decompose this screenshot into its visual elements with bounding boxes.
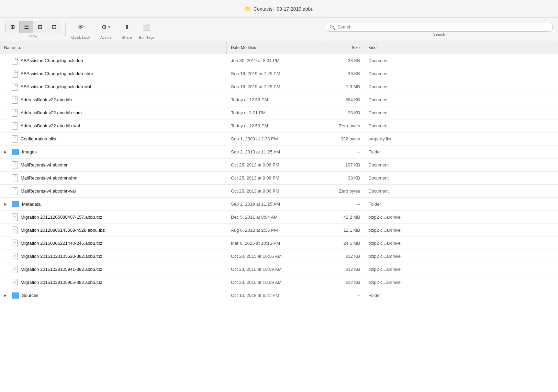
table-row[interactable]: MailRecents-v4.abcdmr-walOct 25, 2013 at… <box>0 185 558 198</box>
cell-size: 33 KB <box>323 175 364 181</box>
cell-kind: Document <box>364 84 558 89</box>
table-row[interactable]: MailRecents-v4.abcdmr-shmOct 25, 2013 at… <box>0 172 558 185</box>
file-name: Migration 20151023105941-382.abbu.tbz <box>21 267 102 272</box>
col-header-kind[interactable]: Kind <box>364 41 558 54</box>
share-button[interactable]: ⬆ <box>119 20 134 35</box>
cell-size: 12.1 MB <box>323 228 364 233</box>
search-input-wrap[interactable]: 🔍 <box>326 23 553 32</box>
cell-name: AddressBook-v22.abcddb-shm <box>0 109 227 117</box>
cell-kind: Folder <box>364 293 558 298</box>
share-section: ⬆ Share <box>119 20 134 39</box>
cell-name: AddressBook-v22.abcddb <box>0 96 227 104</box>
file-name: MailRecents-v4.abcdmr-shm <box>21 175 77 181</box>
cell-size: 33 KB <box>323 58 364 63</box>
table-row[interactable]: AddressBook-v22.abcddb-shmToday at 3:01 … <box>0 106 558 119</box>
search-section: 🔍 Search <box>326 23 553 36</box>
view-gallery-button[interactable]: ⊡ <box>47 21 61 33</box>
cell-kind: Document <box>364 110 558 115</box>
action-chevron: ▾ <box>108 25 110 29</box>
cell-size: 42.2 MB <box>323 215 364 220</box>
table-row[interactable]: Migration 20111205080407-157.abbu.tbzDec… <box>0 211 558 224</box>
cell-name: ▶Images <box>0 149 227 155</box>
edit-tags-section: ⬜ Edit Tags <box>136 20 158 39</box>
expand-arrow[interactable]: ▶ <box>4 202 9 206</box>
title-file-icon: 📁 <box>245 5 252 12</box>
document-icon <box>12 83 18 91</box>
table-row[interactable]: Migration 20151023105955-382.abbu.tbzOct… <box>0 276 558 289</box>
cell-kind: bzip2 c...archive <box>364 215 558 220</box>
view-list-button[interactable]: ☰ <box>20 21 33 33</box>
file-name: Migration 20151023105955-382.abbu.tbz <box>21 280 102 285</box>
quick-look-section: 👁 Quick Look <box>70 20 92 39</box>
cell-date: Oct 23, 2015 at 10:59 AM <box>227 267 323 272</box>
cell-date: Oct 25, 2013 at 9:06 PM <box>227 162 323 168</box>
table-row[interactable]: ▶MetadataSep 2, 2019 at 11:25 AM--Folder <box>0 198 558 211</box>
cell-size: 684 KB <box>323 97 364 102</box>
cell-date: Mar 6, 2015 at 10:15 PM <box>227 241 323 246</box>
cell-size: Zero bytes <box>323 123 364 128</box>
edit-tags-button[interactable]: ⬜ <box>136 20 158 35</box>
cell-name: Migration 20120806143508-4528.abbu.tbz <box>0 227 227 234</box>
file-name: MailRecents-v4.abcdmr-wal <box>21 188 76 194</box>
cell-size: -- <box>323 293 364 298</box>
table-row[interactable]: Migration 20150306221440-246.abbu.tbzMar… <box>0 237 558 250</box>
table-row[interactable]: ABAssistantChangelog.aclcddb-walSep 16, … <box>0 80 558 93</box>
view-icon-button[interactable]: ⊞ <box>6 21 20 33</box>
tag-icon: ⬜ <box>143 24 150 30</box>
file-name: ABAssistantChangelog.aclcddb <box>21 58 83 63</box>
cell-kind: property list <box>364 136 558 141</box>
search-input[interactable] <box>337 24 549 30</box>
view-label: View <box>29 34 37 38</box>
cell-name: MailRecents-v4.abcdmr-wal <box>0 187 227 195</box>
table-row[interactable]: Migration 20151023105620-382.abbu.tbzOct… <box>0 250 558 263</box>
cell-size: 33 KB <box>323 110 364 115</box>
table-row[interactable]: Migration 20151023105941-382.abbu.tbzOct… <box>0 263 558 276</box>
cell-kind: bzip2 c...archive <box>364 254 558 259</box>
file-name: AddressBook-v22.abcddb-shm <box>21 110 82 115</box>
folder-icon <box>12 292 19 299</box>
cell-date: Today at 12:59 PM <box>227 97 323 102</box>
col-header-size[interactable]: Size <box>323 41 364 54</box>
cell-size: 33 KB <box>323 71 364 76</box>
table-row[interactable]: ABAssistantChangelog.aclcddb-shmSep 16, … <box>0 67 558 80</box>
cell-size: 197 KB <box>323 162 364 168</box>
file-name: ABAssistantChangelog.aclcddb-shm <box>21 71 93 76</box>
table-row[interactable]: ▶ImagesSep 2, 2019 at 11:25 AM--Folder <box>0 146 558 159</box>
window-title: 📁 Contacts - 09-17-2019.abbu <box>245 5 313 12</box>
table-row[interactable]: Migration 20120806143508-4528.abbu.tbzAu… <box>0 224 558 237</box>
expand-arrow[interactable]: ▶ <box>4 150 9 154</box>
file-name: MailRecents-v4.abcdmr <box>21 162 68 168</box>
table-row[interactable]: AddressBook-v22.abcddbToday at 12:59 PM6… <box>0 93 558 106</box>
table-row[interactable]: AddressBook-v22.abcddb-walToday at 12:59… <box>0 119 558 132</box>
expand-arrow[interactable]: ▶ <box>4 293 9 297</box>
file-name: AddressBook-v22.abcddb <box>21 97 72 102</box>
gear-icon: ⚙ <box>101 24 107 30</box>
file-name: AddressBook-v22.abcddb-wal <box>21 123 80 128</box>
cell-name: MailRecents-v4.abcdmr <box>0 161 227 169</box>
cell-date: Dec 5, 2011 at 8:04 AM <box>227 215 323 220</box>
col-header-date[interactable]: Date Modified <box>227 41 323 54</box>
document-icon <box>12 109 18 117</box>
table-row[interactable]: Configuration.plistSep 1, 2009 at 2:33 P… <box>0 132 558 146</box>
cell-size: -- <box>323 201 364 207</box>
cell-size: 812 KB <box>323 280 364 285</box>
view-column-button[interactable]: ⊟ <box>33 21 47 33</box>
cell-kind: bzip2 c...archive <box>364 267 558 272</box>
file-name: Sources <box>22 293 38 298</box>
file-name: Migration 20150306221440-246.abbu.tbz <box>21 241 102 246</box>
cell-size: 812 KB <box>323 267 364 272</box>
document-icon <box>12 122 18 130</box>
action-button[interactable]: ⚙ ▾ <box>93 20 118 35</box>
cell-name: Configuration.plist <box>0 135 227 143</box>
document-icon <box>12 174 18 182</box>
cell-kind: Document <box>364 97 558 102</box>
table-row[interactable]: ▶SourcesOct 10, 2018 at 6:21 PM--Folder <box>0 289 558 302</box>
table-row[interactable]: MailRecents-v4.abcdmrOct 25, 2013 at 9:0… <box>0 159 558 172</box>
archive-icon <box>12 279 18 286</box>
col-header-name[interactable]: Name ▲ <box>0 41 227 54</box>
table-row[interactable]: ABAssistantChangelog.aclcddbJun 30, 2019… <box>0 54 558 67</box>
cell-date: Today at 12:59 PM <box>227 123 323 128</box>
quick-look-button[interactable]: 👁 <box>70 20 92 35</box>
cell-size: 812 KB <box>323 254 364 259</box>
view-section: ⊞ ☰ ⊟ ⊡ View <box>5 21 61 38</box>
